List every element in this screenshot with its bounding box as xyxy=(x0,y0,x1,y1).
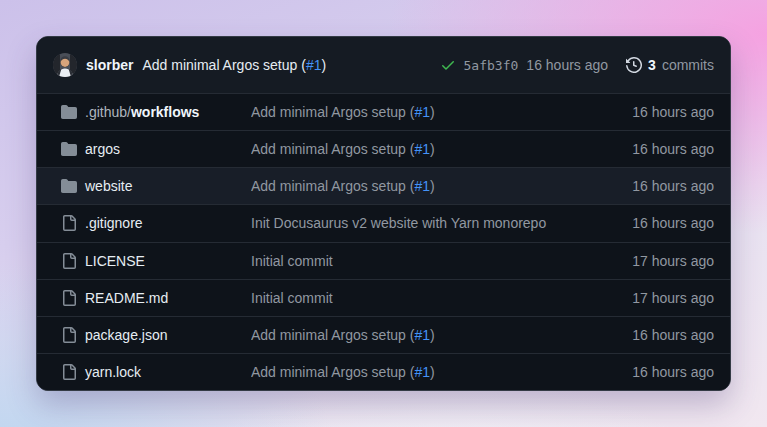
latest-commit-bar: slorber Add minimal Argos setup (#1) 5af… xyxy=(37,37,730,93)
row-commit-message[interactable]: Initial commit xyxy=(251,290,582,306)
row-time: 16 hours ago xyxy=(582,327,714,343)
commits-count: 3 xyxy=(648,57,656,73)
file-name[interactable]: README.md xyxy=(85,290,251,306)
pr-link[interactable]: #1 xyxy=(306,57,322,73)
row-time: 17 hours ago xyxy=(582,253,714,269)
folder-icon xyxy=(53,178,85,194)
file-name[interactable]: .github/workflows xyxy=(85,104,251,120)
file-row: argos Add minimal Argos setup (#1) 16 ho… xyxy=(37,130,730,167)
file-name[interactable]: LICENSE xyxy=(85,253,251,269)
file-icon xyxy=(53,290,85,306)
file-icon xyxy=(53,364,85,380)
row-commit-message[interactable]: Initial commit xyxy=(251,253,582,269)
avatar[interactable] xyxy=(53,53,77,77)
file-icon xyxy=(53,253,85,269)
file-name[interactable]: website xyxy=(85,178,251,194)
row-time: 16 hours ago xyxy=(582,364,714,380)
row-commit-message[interactable]: Add minimal Argos setup (#1) xyxy=(251,178,582,194)
file-icon xyxy=(53,327,85,343)
row-time: 16 hours ago xyxy=(582,104,714,120)
commit-message[interactable]: Add minimal Argos setup (#1) xyxy=(142,57,326,73)
pr-link[interactable]: #1 xyxy=(414,364,430,380)
row-time: 17 hours ago xyxy=(582,290,714,306)
file-row: .gitignore Init Docusaurus v2 website wi… xyxy=(37,204,730,241)
commits-label: commits xyxy=(662,57,714,73)
row-commit-message[interactable]: Add minimal Argos setup (#1) xyxy=(251,141,582,157)
commit-author[interactable]: slorber xyxy=(86,57,133,73)
pr-link[interactable]: #1 xyxy=(414,178,430,194)
row-commit-message[interactable]: Add minimal Argos setup (#1) xyxy=(251,327,582,343)
file-name[interactable]: .gitignore xyxy=(85,215,251,231)
pr-link[interactable]: #1 xyxy=(414,104,430,120)
commit-meta: 5afb3f0 16 hours ago 3 commits xyxy=(440,57,714,73)
commit-time: 16 hours ago xyxy=(526,57,608,73)
folder-icon xyxy=(53,141,85,157)
file-name[interactable]: package.json xyxy=(85,327,251,343)
row-time: 16 hours ago xyxy=(582,215,714,231)
file-name[interactable]: yarn.lock xyxy=(85,364,251,380)
repo-file-browser: slorber Add minimal Argos setup (#1) 5af… xyxy=(36,36,731,391)
folder-icon xyxy=(53,104,85,120)
file-row: .github/workflows Add minimal Argos setu… xyxy=(37,93,730,130)
commits-link[interactable]: 3 commits xyxy=(626,57,714,73)
file-row: LICENSE Initial commit 17 hours ago xyxy=(37,242,730,279)
file-icon xyxy=(53,215,85,231)
row-time: 16 hours ago xyxy=(582,141,714,157)
pr-link[interactable]: #1 xyxy=(414,327,430,343)
commit-hash[interactable]: 5afb3f0 xyxy=(464,58,519,73)
file-row: yarn.lock Add minimal Argos setup (#1) 1… xyxy=(37,353,730,390)
file-row: package.json Add minimal Argos setup (#1… xyxy=(37,316,730,353)
file-row: README.md Initial commit 17 hours ago xyxy=(37,279,730,316)
check-icon[interactable] xyxy=(440,57,456,73)
history-icon xyxy=(626,57,642,73)
row-commit-message[interactable]: Add minimal Argos setup (#1) xyxy=(251,104,582,120)
file-name[interactable]: argos xyxy=(85,141,251,157)
row-time: 16 hours ago xyxy=(582,178,714,194)
pr-link[interactable]: #1 xyxy=(414,141,430,157)
file-list: .github/workflows Add minimal Argos setu… xyxy=(37,93,730,390)
file-row: website Add minimal Argos setup (#1) 16 … xyxy=(37,167,730,204)
row-commit-message[interactable]: Init Docusaurus v2 website with Yarn mon… xyxy=(251,215,582,231)
avatar-photo xyxy=(53,53,77,77)
row-commit-message[interactable]: Add minimal Argos setup (#1) xyxy=(251,364,582,380)
